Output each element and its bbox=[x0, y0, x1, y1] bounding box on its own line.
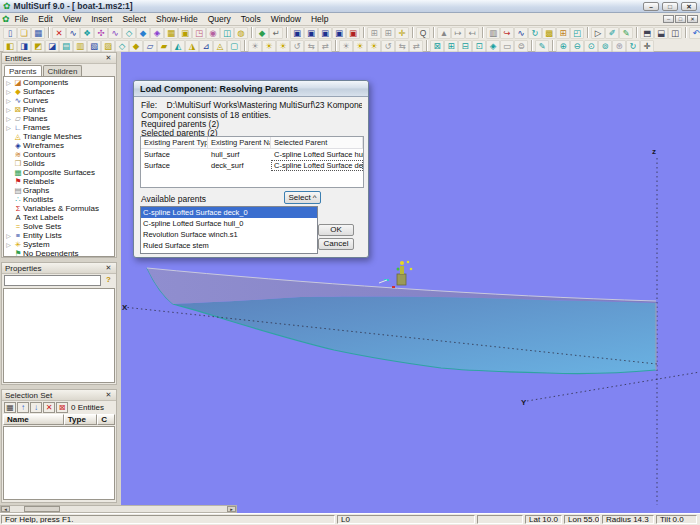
toolbar-icon[interactable]: ⊿ bbox=[199, 40, 213, 52]
mdi-restore-button[interactable]: □ bbox=[675, 15, 686, 23]
bead-icon[interactable]: ∿ bbox=[108, 27, 122, 39]
toolbar-icon[interactable]: ◧ bbox=[3, 40, 17, 52]
menu-file[interactable]: File bbox=[10, 13, 34, 25]
toolbar-icon[interactable]: ▧ bbox=[87, 40, 101, 52]
scroll-left-icon[interactable]: ◂ bbox=[1, 506, 10, 512]
open-file-icon[interactable]: ❏ bbox=[17, 27, 31, 39]
tree-item-planes[interactable]: ▷▱Planes bbox=[4, 114, 114, 123]
tree-item-frames[interactable]: ▷∟Frames bbox=[4, 123, 114, 132]
tree-item-system[interactable]: ▷✳System bbox=[4, 240, 114, 249]
toolbar-icon[interactable]: ◪ bbox=[45, 40, 59, 52]
tile-horizontal-icon[interactable]: ⬓ bbox=[654, 27, 668, 39]
close-icon[interactable]: ✕ bbox=[104, 391, 113, 399]
toolbar-icon[interactable]: ▭ bbox=[500, 40, 514, 52]
rotate-icon[interactable]: ↻ bbox=[528, 27, 542, 39]
tree-item-variables-formulas[interactable]: ΣVariables & Formulas bbox=[4, 204, 114, 213]
zoom-fit-icon[interactable]: ⊚ bbox=[598, 40, 612, 52]
grid-icon[interactable]: ⊞ bbox=[367, 27, 381, 39]
zoom-in-icon[interactable]: ⊕ bbox=[556, 40, 570, 52]
expand-arrow-icon[interactable]: ▷ bbox=[4, 241, 13, 248]
column-header-name[interactable]: Name bbox=[3, 414, 64, 425]
available-parents-list[interactable]: C-spline Lofted Surface deck_0C-spline L… bbox=[140, 206, 318, 254]
menu-window[interactable]: Window bbox=[266, 13, 306, 25]
table-row[interactable]: Surfacedeck_surfC-spline Lofted Surface … bbox=[141, 160, 363, 171]
minimize-button[interactable]: – bbox=[643, 2, 659, 11]
scrollbar-thumb[interactable] bbox=[24, 506, 60, 512]
move-down-icon[interactable]: ↓ bbox=[30, 402, 42, 413]
tree-item-points[interactable]: ▷⊠Points bbox=[4, 105, 114, 114]
curvature-icon[interactable]: ∿ bbox=[514, 27, 528, 39]
properties-name-input[interactable] bbox=[4, 275, 101, 286]
hide-selected-icon[interactable]: ☀ bbox=[339, 40, 353, 52]
hydrostatics-icon[interactable]: ↪ bbox=[500, 27, 514, 39]
remove-entity-icon[interactable]: ✕ bbox=[43, 402, 55, 413]
new-file-icon[interactable]: ▯ bbox=[3, 27, 17, 39]
show-icon[interactable]: ☀ bbox=[262, 40, 276, 52]
expand-arrow-icon[interactable]: ▷ bbox=[4, 232, 13, 239]
toolbar-icon[interactable]: ◬ bbox=[213, 40, 227, 52]
column-header[interactable]: Selected Parent bbox=[271, 137, 363, 148]
tree-item-knotlists[interactable]: ∴Knotlists bbox=[4, 195, 114, 204]
toolbar-icon[interactable]: ▤ bbox=[59, 40, 73, 52]
select-pointer-icon[interactable]: ▷ bbox=[591, 27, 605, 39]
tree-item-solve-sets[interactable]: =Solve Sets bbox=[4, 222, 114, 231]
tile-vertical-icon[interactable]: ◫ bbox=[668, 27, 682, 39]
ruling-icon[interactable]: ⊞ bbox=[556, 27, 570, 39]
key-icon[interactable]: ? bbox=[103, 275, 114, 286]
toolbar-icon[interactable]: ▱ bbox=[143, 40, 157, 52]
graph-icon[interactable]: ◉ bbox=[206, 27, 220, 39]
column-header-c[interactable]: C bbox=[97, 414, 115, 425]
close-icon[interactable]: ✕ bbox=[104, 54, 113, 62]
snap-icon[interactable]: ⊞ bbox=[381, 27, 395, 39]
point-icon[interactable]: ✕ bbox=[52, 27, 66, 39]
menu-edit[interactable]: Edit bbox=[33, 13, 58, 25]
shaded-view-icon[interactable]: ▣ bbox=[304, 27, 318, 39]
contour-icon[interactable]: ▣ bbox=[178, 27, 192, 39]
render-view-icon[interactable]: ▣ bbox=[318, 27, 332, 39]
list-mode-icon[interactable]: ▦ bbox=[4, 402, 16, 413]
toolbar-icon[interactable]: ☀ bbox=[367, 40, 381, 52]
toolbar-icon[interactable]: ◭ bbox=[171, 40, 185, 52]
solid-icon[interactable]: ◈ bbox=[150, 27, 164, 39]
paste-icon[interactable]: ⊟ bbox=[458, 40, 472, 52]
move-up-icon[interactable]: ↑ bbox=[17, 402, 29, 413]
scroll-right-icon[interactable]: ▸ bbox=[227, 506, 236, 512]
menu-query[interactable]: Query bbox=[203, 13, 236, 25]
edit-entity-icon[interactable]: ↵ bbox=[269, 27, 283, 39]
expand-arrow-icon[interactable]: ▷ bbox=[4, 106, 13, 113]
zoom-previous-icon[interactable]: ⊛ bbox=[612, 40, 626, 52]
zoom-out-icon[interactable]: ⊖ bbox=[570, 40, 584, 52]
curve-icon[interactable]: ∿ bbox=[66, 27, 80, 39]
ok-button[interactable]: OK bbox=[318, 224, 354, 236]
list-item[interactable]: C-spline Lofted Surface deck_0 bbox=[141, 207, 317, 218]
toolbar-icon[interactable]: ▨ bbox=[101, 40, 115, 52]
tree-item-surfaces[interactable]: ▷◆Surfaces bbox=[4, 87, 114, 96]
save-icon[interactable]: ▦ bbox=[31, 27, 45, 39]
clear-selection-icon[interactable]: ⊠ bbox=[56, 402, 68, 413]
toolbar-icon[interactable]: ◨ bbox=[17, 40, 31, 52]
toolbar-icon[interactable]: ▰ bbox=[157, 40, 171, 52]
tab-parents[interactable]: Parents bbox=[4, 65, 42, 76]
tree-item-relabels[interactable]: ⚑Relabels bbox=[4, 177, 114, 186]
toolbar-icon[interactable]: ⇆ bbox=[395, 40, 409, 52]
tab-children[interactable]: Children bbox=[43, 65, 83, 76]
toolbar-icon[interactable]: ▥ bbox=[73, 40, 87, 52]
zoom-window-icon[interactable]: ⊙ bbox=[584, 40, 598, 52]
show-selected-icon[interactable]: ☀ bbox=[353, 40, 367, 52]
mdi-close-button[interactable]: ✕ bbox=[687, 15, 698, 23]
toolbar-icon[interactable]: ▢ bbox=[227, 40, 241, 52]
cancel-button[interactable]: Cancel bbox=[318, 238, 354, 250]
expand-arrow-icon[interactable]: ▷ bbox=[4, 79, 13, 86]
menu-tools[interactable]: Tools bbox=[236, 13, 266, 25]
cut-icon[interactable]: ⊠ bbox=[430, 40, 444, 52]
expand-arrow-icon[interactable]: ▷ bbox=[4, 88, 13, 95]
expand-arrow-icon[interactable]: ▷ bbox=[4, 97, 13, 104]
menu-view[interactable]: View bbox=[58, 13, 86, 25]
select-remove-icon[interactable]: ✎ bbox=[619, 27, 633, 39]
pan-icon[interactable]: ✛ bbox=[640, 40, 654, 52]
tree-item-text-labels[interactable]: AText Labels bbox=[4, 213, 114, 222]
hide-icon[interactable]: ☀ bbox=[248, 40, 262, 52]
select-add-icon[interactable]: ✐ bbox=[605, 27, 619, 39]
menu-select[interactable]: Select bbox=[117, 13, 151, 25]
toolbar-icon[interactable]: ⊡ bbox=[472, 40, 486, 52]
